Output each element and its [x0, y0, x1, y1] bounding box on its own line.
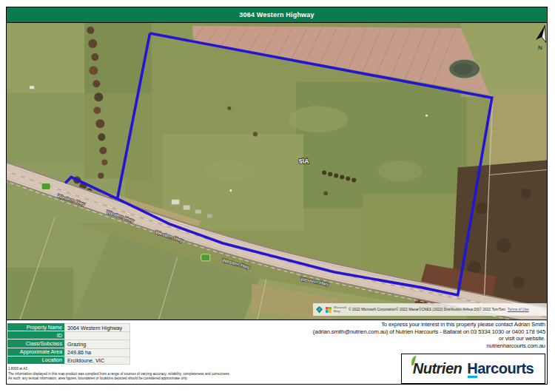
row-label: Property Name [7, 323, 64, 331]
table-row: Property Name 3064 Western Highway [7, 323, 130, 331]
north-label: N [538, 44, 542, 51]
contact-website: nutrienharcourts.com.au [313, 342, 545, 350]
row-label: Location [7, 356, 64, 365]
map-attribution-bar: Microsoft Bing © 2022 Microsoft Corporat… [313, 303, 547, 316]
harcourts-wordmark: Harcourts [467, 360, 534, 377]
contact-line: or visit our website. [313, 335, 545, 342]
row-value: Grazing [64, 339, 130, 348]
contact-line: To express your interest in this propert… [313, 321, 545, 328]
nutrien-harcourts-logo: Nutrien Harcourts [401, 354, 545, 384]
bing-logo-icon [315, 305, 323, 314]
row-value [64, 331, 130, 339]
disclaimer-text: The information displayed in this map pr… [8, 372, 230, 380]
contact-line: (adrian.smith@nutrien.com.au) of Nutrien… [313, 328, 545, 336]
table-row: Location Ercildoune, VIC [7, 356, 130, 365]
row-label: Approximate Area [7, 348, 64, 356]
property-details-table: Property Name 3064 Western Highway ID Cl… [7, 323, 130, 365]
page-title: 3064 Western Highway [239, 11, 314, 18]
footer: Property Name 3064 Western Highway ID Cl… [7, 320, 547, 384]
table-row: Approximate Area 249.86 ha [7, 348, 130, 356]
nutrien-wordmark: Nutrien [413, 360, 462, 377]
row-label: ID [7, 331, 64, 339]
title-bar: 3064 Western Highway [7, 7, 547, 23]
map-copyright-text: © 2022 Microsoft Corporation© 2022 Maxar… [349, 308, 505, 311]
row-value: 3064 Western Highway [64, 323, 130, 331]
table-row: ID [7, 331, 130, 339]
map-canvas: Western Hwy Western Hwy Western Hwy West… [7, 23, 547, 320]
row-label: Class/Subclass [7, 339, 64, 348]
flyer-sheet: 3064 Western Highway [6, 7, 548, 385]
harcourts-cyan-underline [468, 376, 477, 378]
parcel-label: 5\A [299, 158, 309, 165]
row-value: 249.86 ha [64, 348, 130, 356]
nutrien-leaf-icon [411, 356, 417, 365]
terms-of-use-link[interactable]: Terms of Use [508, 308, 529, 311]
microsoft-logo-icon [326, 307, 332, 313]
contact-block: To express your interest in this propert… [313, 321, 545, 350]
aerial-imagery [7, 23, 547, 320]
table-row: Class/Subclass Grazing [7, 339, 130, 348]
row-value: Ercildoune, VIC [64, 356, 130, 365]
bing-provider-label: Microsoft Bing [334, 306, 346, 313]
aerial-map: Western Hwy Western Hwy Western Hwy West… [7, 23, 547, 320]
scale-note: 1:8000 at A3 [8, 367, 27, 371]
